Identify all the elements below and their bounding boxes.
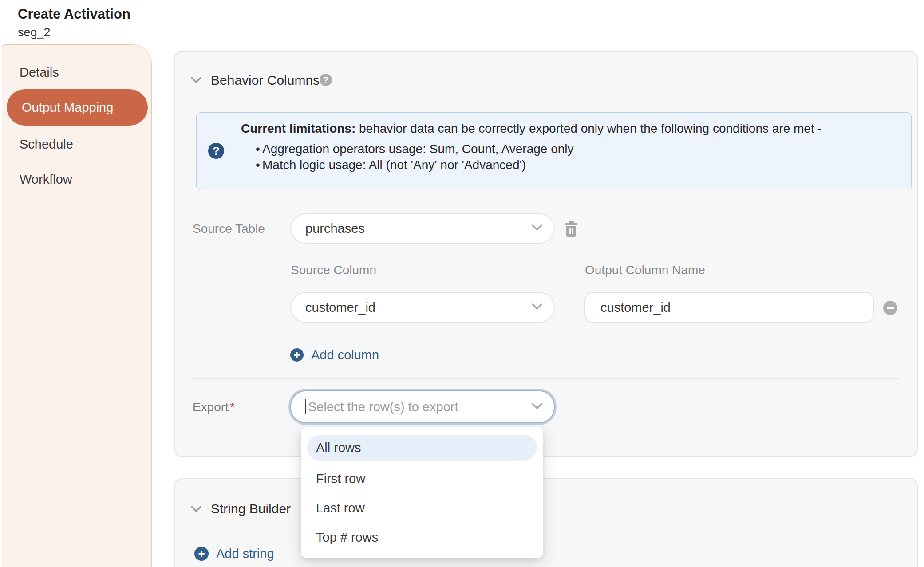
chevron-down-icon — [532, 224, 542, 233]
sidebar-item-schedule[interactable]: Schedule — [20, 137, 73, 152]
sidebar: Details Output Mapping Schedule Workflow — [2, 44, 152, 567]
chevron-down-icon — [532, 403, 542, 411]
limitations-bullet: Match logic usage: All (not 'Any' nor 'A… — [241, 158, 893, 172]
chevron-down-icon — [191, 506, 201, 512]
export-placeholder: Select the row(s) to export — [308, 400, 458, 414]
menu-option-last-row[interactable]: Last row — [307, 493, 537, 523]
collapse-behavior-columns-button[interactable] — [191, 77, 201, 83]
add-string-label: Add string — [216, 546, 274, 561]
sidebar-item-output-mapping[interactable]: Output Mapping — [7, 89, 148, 126]
sidebar-item-workflow[interactable]: Workflow — [20, 172, 72, 187]
menu-option-all-rows[interactable]: All rows — [307, 435, 537, 461]
string-builder-card: String Builder + Add string — [174, 478, 918, 567]
behavior-columns-card: Behavior Columns ? ? Current limitations… — [174, 51, 918, 457]
add-column-button[interactable]: + Add column — [290, 347, 379, 362]
source-column-header: Source Column — [291, 263, 376, 278]
question-mark-icon: ? — [208, 143, 224, 159]
export-label: Export* — [193, 400, 235, 415]
plus-icon: + — [194, 547, 209, 561]
add-column-label: Add column — [311, 347, 379, 362]
plus-icon: + — [290, 348, 304, 362]
limitations-lead-bold: Current limitations: — [241, 122, 355, 135]
delete-source-table-button[interactable] — [565, 221, 578, 237]
limitations-lead: Current limitations: behavior data can b… — [241, 122, 893, 136]
export-label-text: Export — [193, 400, 229, 414]
required-asterisk: * — [230, 400, 235, 414]
chevron-down-icon — [532, 303, 542, 312]
limitations-bullet: Aggregation operators usage: Sum, Count,… — [241, 142, 893, 156]
export-select[interactable]: Select the row(s) to export — [290, 390, 555, 423]
source-column-value: customer_id — [305, 300, 375, 315]
text-cursor — [305, 399, 306, 414]
page-subtitle: seg_2 — [18, 26, 51, 39]
collapse-string-builder-button[interactable] — [191, 506, 201, 512]
limitations-info-box: ? Current limitations: behavior data can… — [196, 112, 912, 190]
add-string-button[interactable]: + Add string — [194, 546, 274, 561]
source-table-value: purchases — [305, 221, 365, 236]
trash-icon — [565, 231, 578, 238]
limitations-text: Current limitations: behavior data can b… — [241, 122, 893, 172]
remove-column-button[interactable] — [883, 301, 897, 315]
chevron-down-icon — [191, 77, 201, 83]
source-table-label: Source Table — [193, 221, 265, 236]
section-title-behavior-columns: Behavior Columns — [211, 72, 320, 88]
source-column-select[interactable]: customer_id — [290, 292, 555, 323]
minus-icon — [887, 307, 894, 309]
menu-option-first-row[interactable]: First row — [307, 464, 537, 493]
section-divider — [192, 378, 900, 379]
sidebar-item-details[interactable]: Details — [20, 65, 59, 80]
create-activation-page: Create Activation seg_2 Details Output M… — [0, 0, 924, 567]
sidebar-item-label: Output Mapping — [22, 100, 113, 115]
output-column-value: customer_id — [600, 300, 671, 315]
export-options-menu: All rows First row Last row Top # rows — [301, 427, 543, 558]
section-title-string-builder: String Builder — [211, 501, 291, 517]
menu-option-top-rows[interactable]: Top # rows — [307, 523, 537, 552]
output-column-input[interactable]: customer_id — [584, 292, 874, 323]
page-title: Create Activation — [18, 6, 130, 22]
help-icon[interactable]: ? — [320, 74, 332, 86]
output-column-header: Output Column Name — [585, 263, 705, 278]
source-table-select[interactable]: purchases — [290, 213, 555, 244]
limitations-lead-rest: behavior data can be correctly exported … — [355, 122, 822, 135]
